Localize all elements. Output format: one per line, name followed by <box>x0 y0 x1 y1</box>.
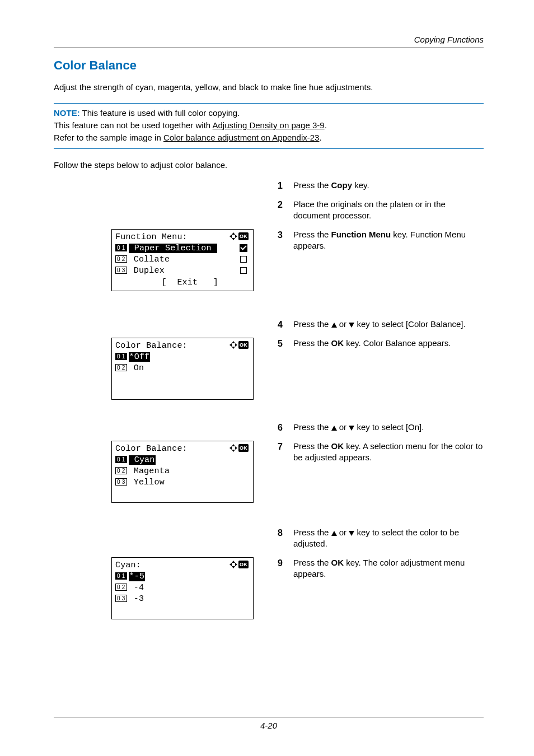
step-8-num: 8 <box>278 527 283 539</box>
lcd2-num2: 0 2 <box>115 364 127 371</box>
step-7-text-a: Press the <box>293 441 331 451</box>
lcd1-row1: Paper Selection <box>129 244 217 253</box>
lcd4-row1: *-5 <box>129 572 146 581</box>
header-rule <box>54 48 484 48</box>
step-8: 8 Press the or key to select the color t… <box>278 527 484 550</box>
lcd-cyan: Cyan:OK 0 1*-5 0 2 -4 0 3 -3 <box>111 557 254 619</box>
step-3-key: Function Menu <box>331 230 391 239</box>
lcd-function-menu: Function Menu:OK 0 1 Paper Selection 0 2… <box>111 229 254 291</box>
step-6-text-a: Press the <box>293 422 331 432</box>
lcd2-row1: *Off <box>129 352 151 362</box>
note-line2a: This feature can not be used together wi… <box>54 120 213 130</box>
step-4-text-b: or <box>337 319 349 329</box>
step-5-key: OK <box>331 338 344 348</box>
lcd3-num3: 0 3 <box>115 478 127 486</box>
lcd3-num2: 0 2 <box>115 467 127 474</box>
lcd1-title: Function Menu: <box>115 232 188 242</box>
lcd4-num2: 0 2 <box>115 584 127 591</box>
step-5-num: 5 <box>278 338 283 350</box>
step-5-text-a: Press the <box>293 338 331 348</box>
step-1-key: Copy <box>331 180 353 190</box>
lcd-color-balance-colors: Color Balance:OK 0 1 Cyan 0 2 Magenta 0 … <box>111 441 254 503</box>
step-9: 9 Press the OK key. The color adjustment… <box>278 557 484 580</box>
down-arrow-icon <box>349 323 354 328</box>
note-line2b: . <box>325 120 327 130</box>
lcd1-row3: Duplex <box>129 266 165 276</box>
lcd2-num1: 0 1 <box>115 353 127 360</box>
intro-text: Adjust the strength of cyan, magenta, ye… <box>54 82 484 93</box>
lcd1-num1: 0 1 <box>115 244 127 251</box>
lcd1-num3: 0 3 <box>115 267 127 274</box>
lcd4-num1: 0 1 <box>115 572 127 580</box>
step-1-text-b: key. <box>352 180 369 190</box>
step-4-num: 4 <box>278 319 283 331</box>
lcd-color-balance-onoff: Color Balance:OK 0 1*Off 0 2 On <box>111 338 254 400</box>
checkbox-icon <box>240 256 247 263</box>
step-6-text-c: key to select [On]. <box>354 422 424 432</box>
note-line3a: Refer to the sample image in <box>54 133 163 142</box>
lcd4-num3: 0 3 <box>115 595 127 602</box>
lcd3-title: Color Balance: <box>115 444 188 454</box>
step-1-num: 1 <box>278 180 283 192</box>
step-8-text-a: Press the <box>293 528 331 537</box>
step-2-text: Place the originals on the platen or in … <box>293 199 484 222</box>
up-arrow-icon <box>331 323 337 328</box>
step-5: 5 Press the OK key. Color Balance appear… <box>278 338 484 349</box>
up-arrow-icon <box>331 531 337 536</box>
step-9-num: 9 <box>278 557 283 570</box>
lcd1-row4: [ Exit ] <box>115 277 250 288</box>
lcd1-num2: 0 2 <box>115 255 127 263</box>
step-2: 2 Place the originals on the platen or i… <box>278 199 484 222</box>
step-1-text-a: Press the <box>293 180 331 190</box>
nav-ok-icon: OK <box>229 340 249 351</box>
running-header: Copying Functions <box>54 35 484 44</box>
lcd4-row2: -4 <box>129 583 144 592</box>
down-arrow-icon <box>349 426 354 431</box>
nav-ok-icon: OK <box>229 444 249 454</box>
step-4: 4 Press the or key to select [Color Bala… <box>278 319 484 330</box>
step-6-num: 6 <box>278 422 283 434</box>
note-label: NOTE: <box>54 108 80 118</box>
lcd3-row2: Magenta <box>129 466 170 476</box>
lcd2-row2: On <box>129 363 144 373</box>
step-6-text-b: or <box>337 422 349 432</box>
step-9-key: OK <box>331 558 344 567</box>
lcd4-row3: -3 <box>129 594 144 604</box>
lcd3-row3: Yellow <box>129 478 165 487</box>
page-title: Color Balance <box>54 58 484 73</box>
step-4-text-c: key to select [Color Balance]. <box>354 319 465 329</box>
note-line1: This feature is used with full color cop… <box>80 108 240 118</box>
nav-ok-icon: OK <box>229 232 249 242</box>
step-2-num: 2 <box>278 199 283 211</box>
step-3: 3 Press the Function Menu key. Function … <box>278 229 484 252</box>
step-6: 6 Press the or key to select [On]. <box>278 422 484 433</box>
lcd1-row2: Collate <box>129 255 170 264</box>
step-9-text-a: Press the <box>293 558 331 567</box>
follow-text: Follow the steps below to adjust color b… <box>54 160 484 170</box>
lcd3-row1: Cyan <box>129 455 156 465</box>
step-7-num: 7 <box>278 441 283 453</box>
lcd3-num1: 0 1 <box>115 456 127 463</box>
step-5-text-b: key. Color Balance appears. <box>344 338 451 348</box>
down-arrow-icon <box>349 531 354 536</box>
step-4-text-a: Press the <box>293 319 331 329</box>
nav-ok-icon: OK <box>229 560 249 570</box>
lcd4-title: Cyan: <box>115 561 141 570</box>
note-link-density[interactable]: Adjusting Density on page 3-9 <box>213 120 325 130</box>
lcd2-title: Color Balance: <box>115 341 188 351</box>
checkbox-icon <box>240 267 247 274</box>
step-8-text-b: or <box>337 528 349 537</box>
step-3-num: 3 <box>278 229 283 241</box>
up-arrow-icon <box>331 426 337 431</box>
page-footer: 4-20 <box>54 717 484 730</box>
step-7-key: OK <box>331 441 344 451</box>
step-7: 7 Press the OK key. A selection menu for… <box>278 441 484 464</box>
step-3-text-a: Press the <box>293 230 331 239</box>
note-link-appendix[interactable]: Color balance adjustment on Appendix-23 <box>163 133 320 142</box>
content-area: 1 Press the Copy key. 2 Place the origin… <box>54 180 484 684</box>
note-line3b: . <box>319 133 321 142</box>
note-block: NOTE: This feature is used with full col… <box>54 103 484 148</box>
step-1: 1 Press the Copy key. <box>278 180 484 191</box>
